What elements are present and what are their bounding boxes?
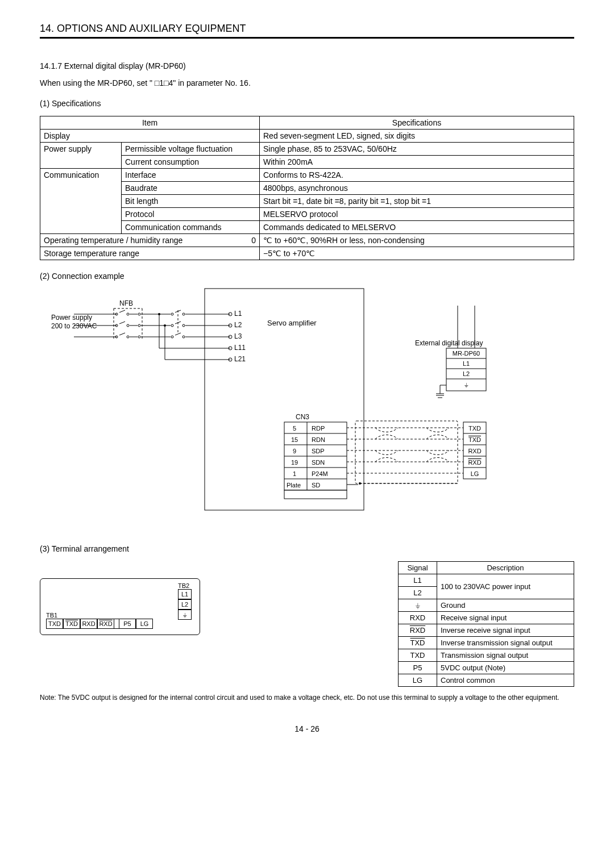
spec-table: Item Specifications Display Red seven-se… (40, 116, 574, 260)
table-row: TXD Inverse transmission signal output (399, 637, 574, 649)
spec-heading: (1) Specifications (40, 99, 574, 108)
signal-table: Signal Description L1 100 to 230VAC powe… (398, 561, 574, 687)
connection-diagram: Servo amplifier NFB L1 (40, 289, 574, 533)
cell: Conforms to RS-422A. (260, 169, 574, 182)
table-header-row: Item Specifications (40, 116, 574, 130)
table-row: ⏚ Ground (399, 599, 574, 612)
tb-cell: ⏚ (178, 610, 192, 620)
cell: Permissible voltage fluctuation (122, 143, 260, 156)
page-header: 14. OPTIONS AND AUXILIARY EQUIPMENT (40, 23, 574, 39)
cell: Communication commands (122, 221, 260, 234)
svg-line-6 (119, 310, 125, 312)
diagram-label: Servo amplifier (267, 319, 317, 327)
diagram-label: 19 (291, 459, 298, 466)
cell: Protocol (122, 208, 260, 221)
svg-point-47 (164, 324, 166, 327)
cell: 4800bps, asynchronous (260, 182, 574, 195)
diagram-label: RDN (312, 436, 325, 443)
svg-point-35 (171, 336, 173, 338)
diagram-label: 9 (293, 448, 296, 454)
table-row: Power supply Permissible voltage fluctua… (40, 143, 574, 156)
tb2-stack: TB2 L1 L2 ⏚ (178, 582, 192, 620)
cell: LG (399, 674, 437, 687)
diagram-label: L2 (234, 321, 242, 329)
diagram-label: 15 (291, 436, 298, 443)
cell: Communication (40, 169, 122, 234)
svg-point-21 (138, 324, 140, 327)
svg-point-7 (127, 313, 129, 315)
terminal-heading: (3) Terminal arrangement (40, 544, 574, 553)
col-spec: Specifications (260, 116, 574, 130)
cell: MELSERVO protocol (260, 208, 574, 221)
cell: Storage temperature range (40, 247, 260, 260)
svg-point-37 (182, 336, 185, 338)
table-row: P5 5VDC output (Note) (399, 662, 574, 674)
svg-point-9 (138, 313, 140, 315)
diagram-label: SDN (312, 459, 325, 466)
cell: Transmission signal output (437, 649, 574, 662)
tb-cell: TXD (46, 619, 63, 629)
cell: Current consumption (122, 156, 260, 169)
table-header-row: Signal Description (399, 562, 574, 574)
svg-rect-57 (284, 490, 347, 499)
diagram-label: Plate (287, 482, 301, 489)
diagram-label: LG (471, 470, 479, 477)
svg-point-31 (127, 336, 129, 338)
tb-cell: L2 (178, 599, 192, 610)
svg-point-19 (127, 324, 129, 327)
diagram-label: L1 (463, 360, 470, 367)
tb-cell: TXD (63, 619, 80, 629)
cell: Red seven-segment LED, signed, six digit… (260, 130, 574, 143)
cell-text: 0 (251, 236, 256, 245)
tb1-label: TB1 (46, 612, 194, 619)
tb-cell: L1 (178, 589, 192, 599)
tb-cell: RXD (97, 619, 114, 629)
diagram-label: SD (312, 482, 320, 489)
diagram-label: L2 (463, 370, 470, 377)
tb2-label: TB2 (178, 582, 192, 589)
tb-cell: P5 (119, 619, 136, 629)
diagram-label: RXD (468, 459, 481, 466)
table-row: Communication Interface Conforms to RS-4… (40, 169, 574, 182)
tb-gap (114, 619, 119, 629)
cell: Control common (437, 674, 574, 687)
diagram-label: CN3 (296, 413, 309, 421)
cell: ⏚ (399, 599, 437, 612)
cell: Within 200mA (260, 156, 574, 169)
diagram-label: 5 (293, 425, 296, 432)
diagram-label: TXD (468, 436, 481, 443)
table-row: Display Red seven-segment LED, signed, s… (40, 130, 574, 143)
intro-paragraph: When using the MR-DP60, set " □1□4" in p… (40, 78, 574, 87)
cell: Operating temperature / humidity range 0 (40, 234, 260, 247)
diagram-label: L21 (234, 355, 246, 363)
table-row: Storage temperature range −5℃ to +70℃ (40, 247, 574, 260)
cell: L2 (399, 587, 437, 599)
diagram-label: 200 to 230VAC (51, 322, 97, 330)
diagram-label: RDP (312, 425, 325, 432)
cell: Bit length (122, 195, 260, 208)
cell: Receive signal input (437, 612, 574, 624)
cell: 100 to 230VAC power input (437, 574, 574, 599)
diagram-label: External digital display (415, 339, 483, 347)
cell: Ground (437, 599, 574, 612)
section-title: 14.1.7 External digital display (MR-DP60… (40, 61, 574, 70)
cell: 5VDC output (Note) (437, 662, 574, 674)
diagram-label: SDP (312, 448, 325, 454)
cell: TXD (399, 637, 437, 649)
diagram-label: L11 (234, 344, 246, 352)
cell: P5 (399, 662, 437, 674)
cell: RXD (399, 612, 437, 624)
header-rule (40, 37, 574, 39)
diagram-label: 1 (293, 470, 296, 477)
table-row: L1 100 to 230VAC power input (399, 574, 574, 587)
cell: Inverse receive signal input (437, 624, 574, 637)
diagram-label: TXD (468, 425, 481, 432)
table-row: RXD Receive signal input (399, 612, 574, 624)
svg-point-25 (182, 324, 185, 327)
diagram-label: L3 (234, 332, 242, 340)
cell: Single phase, 85 to 253VAC, 50/60Hz (260, 143, 574, 156)
table-row: RXD Inverse receive signal input (399, 624, 574, 637)
svg-point-33 (138, 336, 140, 338)
col-signal: Signal (399, 562, 437, 574)
diagram-label: ⏚ (464, 381, 468, 388)
